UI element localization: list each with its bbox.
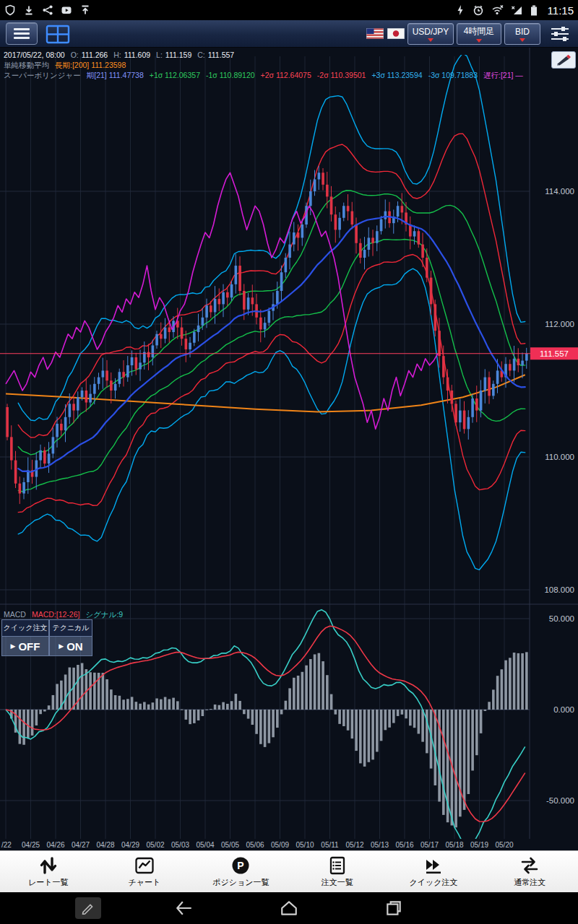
bid-label: BID	[515, 27, 530, 37]
svg-text:114.000: 114.000	[545, 187, 574, 196]
svg-text:P: P	[238, 860, 244, 871]
recents-button[interactable]	[377, 897, 410, 919]
svg-text:05/10: 05/10	[296, 841, 314, 849]
state-arrow-icon: ▶	[59, 642, 64, 650]
sliders-icon	[549, 25, 571, 43]
bottom-nav: レート一覧 チャート P ポジション一覧 注文一覧	[0, 850, 578, 892]
status-left-icons	[4, 4, 91, 16]
power-icon	[455, 4, 465, 16]
quick-order-toggle[interactable]: ▶ OFF	[1, 637, 49, 656]
svg-text:05/11: 05/11	[321, 841, 339, 849]
svg-text:04/27: 04/27	[72, 841, 90, 849]
svg-text:05/09: 05/09	[271, 841, 289, 849]
timeframe-button[interactable]: 4時間足	[457, 23, 501, 45]
svg-text:05/03: 05/03	[171, 841, 189, 849]
wifi-x-icon	[491, 4, 504, 16]
price-chart[interactable]: 114.000112.000110.000108.00050.0000.000-…	[0, 48, 578, 850]
status-right-icons: 11:15	[455, 4, 574, 17]
signal-x-icon	[511, 4, 522, 16]
svg-text:112.000: 112.000	[545, 320, 574, 328]
dropdown-caret-icon	[428, 38, 434, 42]
jp-flag-icon	[387, 28, 405, 39]
svg-text:05/04: 05/04	[196, 841, 214, 849]
alarm-icon	[473, 4, 484, 16]
android-nav-bar	[0, 892, 578, 924]
svg-text:04/26: 04/26	[46, 841, 64, 849]
play-icon	[61, 4, 72, 16]
technical-state: ON	[66, 640, 83, 653]
svg-text:05/16: 05/16	[395, 841, 413, 849]
hamburger-icon	[14, 28, 30, 30]
android-status-bar: 11:15	[0, 0, 578, 20]
download-icon	[23, 4, 35, 16]
dropdown-caret-icon	[519, 38, 525, 42]
battery-icon	[530, 4, 538, 17]
svg-text:0.000: 0.000	[553, 705, 574, 714]
quick-order-tab[interactable]: クイック注文	[1, 619, 49, 637]
grid-layout-icon	[46, 25, 70, 44]
app-root: 11:15	[0, 0, 578, 924]
svg-text:04/25: 04/25	[22, 841, 40, 849]
quick-order-overlay: クイック注文 テクニカル ▶ OFF ▶ ON	[1, 619, 92, 656]
nav-orders[interactable]: 注文一覧	[289, 851, 385, 892]
normal-order-icon	[519, 855, 540, 876]
svg-text:/22: /22	[1, 841, 12, 849]
positions-icon: P	[230, 855, 251, 876]
nav-normal-order[interactable]: 通常注文	[482, 851, 578, 892]
svg-text:05/17: 05/17	[420, 841, 439, 849]
menu-button[interactable]	[6, 22, 38, 45]
currency-pair-button[interactable]: USD/JPY	[407, 23, 454, 45]
upload-icon	[79, 4, 91, 16]
dropdown-caret-icon	[476, 39, 482, 43]
svg-text:111.557: 111.557	[540, 349, 569, 358]
chart-icon	[134, 855, 155, 876]
svg-text:05/06: 05/06	[246, 841, 264, 849]
svg-text:05/18: 05/18	[445, 841, 463, 849]
home-icon	[280, 899, 298, 918]
svg-text:50.000: 50.000	[549, 614, 574, 623]
shield-icon	[4, 4, 16, 16]
nav-quick-order[interactable]: クイック注文	[385, 851, 481, 892]
svg-text:110.000: 110.000	[545, 453, 574, 461]
technical-tab[interactable]: テクニカル	[49, 619, 92, 637]
quick-order-state: OFF	[18, 640, 40, 653]
orders-icon	[327, 855, 348, 876]
svg-text:-50.000: -50.000	[546, 796, 574, 805]
nav-positions[interactable]: P ポジション一覧	[193, 851, 289, 892]
app-toolbar: USD/JPY 4時間足 BID	[0, 20, 578, 48]
handwriting-button[interactable]	[75, 897, 101, 919]
chart-layout-button[interactable]	[45, 24, 71, 44]
technical-toggle[interactable]: ▶ ON	[49, 637, 92, 656]
share-icon	[42, 4, 53, 16]
draw-tool-button[interactable]	[551, 51, 576, 69]
svg-text:05/12: 05/12	[345, 841, 363, 849]
back-icon	[175, 899, 194, 918]
currency-flags	[366, 28, 405, 39]
bid-ask-button[interactable]: BID	[504, 23, 540, 45]
state-arrow-icon: ▶	[11, 642, 16, 650]
rates-icon	[38, 855, 59, 876]
chart-area: 114.000112.000110.000108.00050.0000.000-…	[0, 48, 578, 850]
pencil-icon	[554, 53, 573, 66]
home-button[interactable]	[272, 897, 306, 919]
handwriting-icon	[81, 902, 95, 915]
quick-order-icon	[423, 855, 444, 876]
svg-text:05/20: 05/20	[495, 841, 513, 849]
currency-pair-label: USD/JPY	[413, 27, 449, 37]
timeframe-label: 4時間足	[464, 25, 495, 38]
us-flag-icon	[366, 28, 384, 39]
svg-text:04/28: 04/28	[96, 841, 114, 849]
clock: 11:15	[548, 4, 574, 17]
svg-text:05/13: 05/13	[371, 841, 389, 849]
svg-text:05/05: 05/05	[221, 841, 239, 849]
back-button[interactable]	[168, 897, 201, 919]
settings-button[interactable]	[548, 25, 572, 43]
svg-text:04/29: 04/29	[121, 841, 139, 849]
nav-rates[interactable]: レート一覧	[0, 851, 96, 892]
svg-text:05/02: 05/02	[146, 841, 164, 849]
recents-icon	[384, 899, 403, 918]
svg-text:108.000: 108.000	[544, 585, 574, 594]
nav-chart[interactable]: チャート	[96, 851, 192, 892]
svg-text:05/19: 05/19	[470, 841, 488, 849]
